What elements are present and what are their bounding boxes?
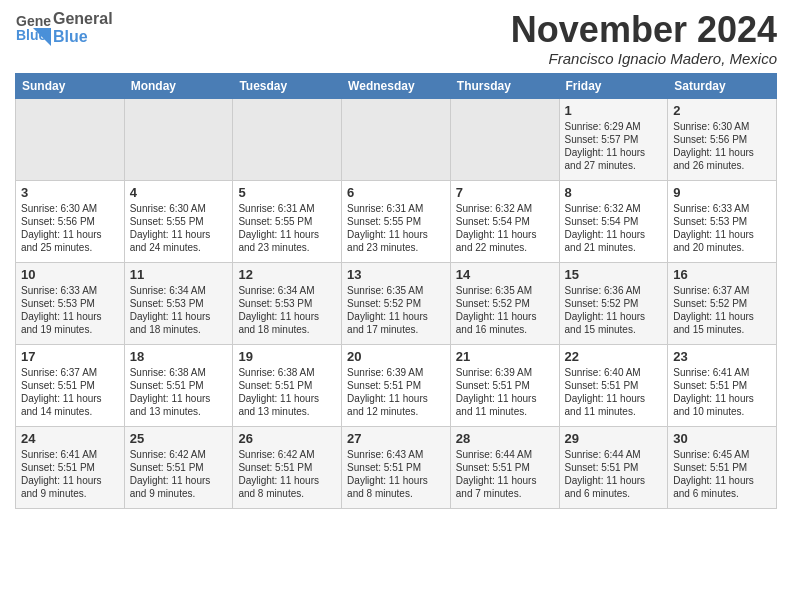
cell-text: Sunrise: 6:34 AM xyxy=(238,284,336,297)
cell-text: Sunset: 5:55 PM xyxy=(238,215,336,228)
table-row: 1Sunrise: 6:29 AMSunset: 5:57 PMDaylight… xyxy=(559,98,668,180)
calendar-week-row: 10Sunrise: 6:33 AMSunset: 5:53 PMDayligh… xyxy=(16,262,777,344)
table-row xyxy=(16,98,125,180)
day-number: 8 xyxy=(565,185,663,200)
cell-text: Sunrise: 6:39 AM xyxy=(456,366,554,379)
day-number: 10 xyxy=(21,267,119,282)
cell-text: and 11 minutes. xyxy=(456,405,554,418)
table-row: 4Sunrise: 6:30 AMSunset: 5:55 PMDaylight… xyxy=(124,180,233,262)
day-number: 16 xyxy=(673,267,771,282)
col-monday: Monday xyxy=(124,73,233,98)
table-row: 18Sunrise: 6:38 AMSunset: 5:51 PMDayligh… xyxy=(124,344,233,426)
cell-text: Sunset: 5:53 PM xyxy=(130,297,228,310)
table-row: 8Sunrise: 6:32 AMSunset: 5:54 PMDaylight… xyxy=(559,180,668,262)
logo-icon: General Blue xyxy=(15,10,51,46)
cell-text: and 15 minutes. xyxy=(673,323,771,336)
cell-text: Sunset: 5:51 PM xyxy=(21,461,119,474)
cell-text: Daylight: 11 hours xyxy=(21,392,119,405)
table-row: 19Sunrise: 6:38 AMSunset: 5:51 PMDayligh… xyxy=(233,344,342,426)
day-number: 25 xyxy=(130,431,228,446)
cell-text: and 19 minutes. xyxy=(21,323,119,336)
cell-text: Sunset: 5:52 PM xyxy=(673,297,771,310)
cell-text: Sunrise: 6:31 AM xyxy=(238,202,336,215)
col-tuesday: Tuesday xyxy=(233,73,342,98)
day-number: 29 xyxy=(565,431,663,446)
day-number: 2 xyxy=(673,103,771,118)
table-row: 12Sunrise: 6:34 AMSunset: 5:53 PMDayligh… xyxy=(233,262,342,344)
cell-text: Sunset: 5:53 PM xyxy=(673,215,771,228)
cell-text: Daylight: 11 hours xyxy=(456,474,554,487)
table-row: 24Sunrise: 6:41 AMSunset: 5:51 PMDayligh… xyxy=(16,426,125,508)
cell-text: Sunset: 5:55 PM xyxy=(130,215,228,228)
cell-text: and 10 minutes. xyxy=(673,405,771,418)
table-row: 11Sunrise: 6:34 AMSunset: 5:53 PMDayligh… xyxy=(124,262,233,344)
cell-text: Sunrise: 6:40 AM xyxy=(565,366,663,379)
col-thursday: Thursday xyxy=(450,73,559,98)
cell-text: Sunrise: 6:29 AM xyxy=(565,120,663,133)
table-row: 28Sunrise: 6:44 AMSunset: 5:51 PMDayligh… xyxy=(450,426,559,508)
col-sunday: Sunday xyxy=(16,73,125,98)
day-number: 13 xyxy=(347,267,445,282)
table-row: 30Sunrise: 6:45 AMSunset: 5:51 PMDayligh… xyxy=(668,426,777,508)
col-friday: Friday xyxy=(559,73,668,98)
table-row: 26Sunrise: 6:42 AMSunset: 5:51 PMDayligh… xyxy=(233,426,342,508)
table-row: 2Sunrise: 6:30 AMSunset: 5:56 PMDaylight… xyxy=(668,98,777,180)
cell-text: Sunset: 5:54 PM xyxy=(456,215,554,228)
table-row: 21Sunrise: 6:39 AMSunset: 5:51 PMDayligh… xyxy=(450,344,559,426)
cell-text: Sunset: 5:53 PM xyxy=(238,297,336,310)
cell-text: Sunrise: 6:32 AM xyxy=(456,202,554,215)
day-number: 4 xyxy=(130,185,228,200)
day-number: 20 xyxy=(347,349,445,364)
cell-text: Sunrise: 6:45 AM xyxy=(673,448,771,461)
cell-text: and 13 minutes. xyxy=(130,405,228,418)
cell-text: Sunset: 5:56 PM xyxy=(21,215,119,228)
table-row xyxy=(124,98,233,180)
cell-text: Sunset: 5:52 PM xyxy=(565,297,663,310)
table-row: 7Sunrise: 6:32 AMSunset: 5:54 PMDaylight… xyxy=(450,180,559,262)
table-row: 16Sunrise: 6:37 AMSunset: 5:52 PMDayligh… xyxy=(668,262,777,344)
cell-text: Sunrise: 6:37 AM xyxy=(21,366,119,379)
cell-text: and 15 minutes. xyxy=(565,323,663,336)
cell-text: and 27 minutes. xyxy=(565,159,663,172)
cell-text: and 18 minutes. xyxy=(238,323,336,336)
cell-text: Sunrise: 6:36 AM xyxy=(565,284,663,297)
cell-text: Sunset: 5:51 PM xyxy=(673,379,771,392)
cell-text: Daylight: 11 hours xyxy=(347,310,445,323)
cell-text: Sunrise: 6:35 AM xyxy=(347,284,445,297)
col-wednesday: Wednesday xyxy=(342,73,451,98)
day-number: 24 xyxy=(21,431,119,446)
cell-text: and 6 minutes. xyxy=(673,487,771,500)
cell-text: Daylight: 11 hours xyxy=(565,310,663,323)
cell-text: and 18 minutes. xyxy=(130,323,228,336)
calendar: Sunday Monday Tuesday Wednesday Thursday… xyxy=(15,73,777,509)
cell-text: Daylight: 11 hours xyxy=(565,228,663,241)
cell-text: Sunrise: 6:41 AM xyxy=(21,448,119,461)
page: General Blue General Blue November 2024 … xyxy=(0,0,792,524)
cell-text: Sunrise: 6:33 AM xyxy=(21,284,119,297)
table-row: 14Sunrise: 6:35 AMSunset: 5:52 PMDayligh… xyxy=(450,262,559,344)
header: General Blue General Blue November 2024 … xyxy=(15,10,777,67)
cell-text: and 23 minutes. xyxy=(347,241,445,254)
table-row: 25Sunrise: 6:42 AMSunset: 5:51 PMDayligh… xyxy=(124,426,233,508)
cell-text: Sunset: 5:51 PM xyxy=(21,379,119,392)
cell-text: Sunset: 5:53 PM xyxy=(21,297,119,310)
table-row: 15Sunrise: 6:36 AMSunset: 5:52 PMDayligh… xyxy=(559,262,668,344)
table-row: 6Sunrise: 6:31 AMSunset: 5:55 PMDaylight… xyxy=(342,180,451,262)
table-row xyxy=(450,98,559,180)
day-number: 14 xyxy=(456,267,554,282)
cell-text: Sunset: 5:51 PM xyxy=(238,379,336,392)
cell-text: and 24 minutes. xyxy=(130,241,228,254)
calendar-week-row: 3Sunrise: 6:30 AMSunset: 5:56 PMDaylight… xyxy=(16,180,777,262)
cell-text: Sunset: 5:51 PM xyxy=(130,461,228,474)
day-number: 17 xyxy=(21,349,119,364)
logo-line1: General xyxy=(53,10,113,28)
day-number: 28 xyxy=(456,431,554,446)
day-number: 15 xyxy=(565,267,663,282)
day-number: 21 xyxy=(456,349,554,364)
cell-text: Sunrise: 6:41 AM xyxy=(673,366,771,379)
cell-text: Daylight: 11 hours xyxy=(130,228,228,241)
cell-text: and 17 minutes. xyxy=(347,323,445,336)
table-row xyxy=(342,98,451,180)
cell-text: and 21 minutes. xyxy=(565,241,663,254)
cell-text: Daylight: 11 hours xyxy=(456,392,554,405)
